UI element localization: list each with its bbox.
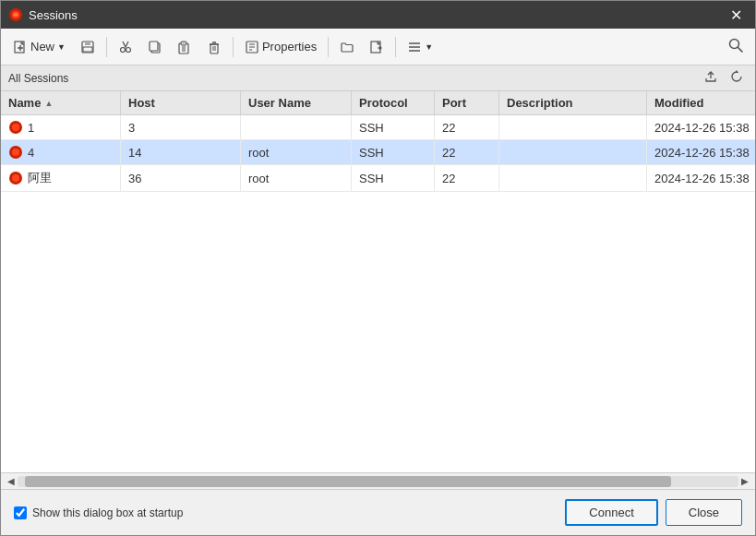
list-dropdown-arrow: ▼	[425, 42, 433, 52]
cell-name-2: 阿里	[1, 165, 121, 191]
list-button[interactable]: ▼	[401, 34, 439, 60]
window-title: Sessions	[29, 8, 78, 22]
refresh-icon	[729, 69, 744, 84]
table-body: 1 3 SSH 22 2024-12-26 15:38	[1, 115, 755, 472]
cell-host-2: 36	[121, 165, 241, 191]
folder-button[interactable]	[333, 34, 361, 60]
cell-description-2	[499, 165, 647, 191]
cell-name-0: 1	[1, 115, 121, 139]
refresh-button[interactable]	[726, 67, 748, 89]
paste-button[interactable]	[171, 34, 198, 60]
save-icon	[80, 40, 95, 54]
footer-left: Show this dialog box at startup	[14, 506, 183, 519]
export-button[interactable]	[363, 34, 390, 60]
paste-icon	[177, 40, 192, 54]
cell-protocol-2: SSH	[352, 165, 435, 191]
svg-point-21	[12, 174, 19, 182]
cell-port-0: 22	[435, 115, 499, 139]
app-icon	[8, 7, 23, 22]
folder-icon	[340, 40, 354, 54]
toolbar-sep-3	[328, 37, 329, 57]
footer-right: Connect Close	[565, 499, 742, 526]
cut-icon	[118, 40, 133, 54]
upload-button[interactable]	[700, 67, 722, 89]
cell-port-1: 22	[435, 140, 499, 164]
close-button[interactable]: Close	[666, 499, 742, 526]
cell-modified-0: 2024-12-26 15:38	[647, 115, 755, 139]
cut-button[interactable]	[112, 34, 139, 60]
svg-rect-5	[83, 47, 92, 52]
sessions-window: Sessions ✕ New ▼	[0, 0, 756, 536]
col-host[interactable]: Host	[121, 91, 241, 114]
cell-description-1	[499, 140, 647, 164]
session-icon-0	[8, 120, 23, 135]
cell-host-0: 3	[121, 115, 241, 139]
upload-icon	[703, 69, 718, 84]
cell-modified-1: 2024-12-26 15:38	[647, 140, 755, 164]
toolbar-sep-2	[233, 37, 234, 57]
table-row[interactable]: 1 3 SSH 22 2024-12-26 15:38	[1, 115, 755, 140]
svg-point-7	[126, 47, 130, 52]
col-modified[interactable]: Modified	[647, 91, 755, 114]
properties-icon	[245, 40, 259, 54]
table-row[interactable]: 阿里 36 root SSH 22 2024-12-26 15	[1, 165, 755, 192]
sort-arrow: ▲	[44, 99, 53, 108]
table-row[interactable]: 4 14 root SSH 22 2024-12-26 15:	[1, 140, 755, 165]
startup-checkbox[interactable]	[14, 506, 27, 519]
search-icon	[727, 37, 744, 54]
copy-icon	[148, 40, 162, 54]
footer: Show this dialog box at startup Connect …	[1, 489, 755, 535]
session-icon-2	[8, 171, 23, 185]
scrollbar-area: ◀ ▶	[1, 472, 755, 489]
delete-icon	[207, 40, 222, 54]
col-name[interactable]: Name ▲	[1, 91, 121, 114]
cell-protocol-1: SSH	[352, 140, 435, 164]
startup-label: Show this dialog box at startup	[32, 506, 183, 519]
table-header: Name ▲ Host User Name Protocol Port Desc…	[1, 91, 755, 115]
svg-rect-12	[210, 44, 218, 54]
toolbar-sep-1	[106, 37, 107, 57]
new-label: New	[30, 40, 54, 54]
new-dropdown-arrow: ▼	[57, 42, 66, 52]
properties-button[interactable]: Properties	[238, 34, 323, 60]
export-icon	[369, 40, 384, 54]
cell-port-2: 22	[435, 165, 499, 191]
title-bar: Sessions ✕	[1, 1, 755, 29]
cell-modified-2: 2024-12-26 15:38	[647, 165, 755, 191]
cell-description-0	[499, 115, 647, 139]
col-username[interactable]: User Name	[241, 91, 352, 114]
svg-point-19	[12, 149, 19, 156]
sessions-bar-label: All Sessions	[8, 72, 68, 85]
connect-button[interactable]: Connect	[565, 499, 657, 526]
svg-point-17	[12, 124, 19, 131]
new-button[interactable]: New ▼	[6, 34, 72, 60]
scroll-right-button[interactable]: ▶	[738, 476, 751, 486]
cell-username-0	[241, 115, 352, 139]
svg-point-6	[120, 47, 125, 52]
table-container: Name ▲ Host User Name Protocol Port Desc…	[1, 91, 755, 472]
toolbar-sep-4	[395, 37, 396, 57]
toolbar: New ▼	[1, 29, 755, 66]
save-button[interactable]	[74, 34, 102, 60]
cell-username-1: root	[241, 140, 352, 164]
col-protocol[interactable]: Protocol	[352, 91, 435, 114]
list-icon	[407, 40, 422, 54]
title-bar-left: Sessions	[8, 7, 78, 22]
scroll-left-button[interactable]: ◀	[5, 476, 18, 486]
h-scrollbar-thumb[interactable]	[25, 476, 671, 487]
col-port[interactable]: Port	[435, 91, 499, 114]
svg-rect-11	[181, 42, 186, 45]
h-scrollbar[interactable]	[18, 476, 738, 487]
close-window-button[interactable]: ✕	[725, 5, 748, 26]
cell-name-1: 4	[1, 140, 121, 164]
svg-rect-9	[150, 42, 158, 51]
cell-protocol-0: SSH	[352, 115, 435, 139]
copy-button[interactable]	[141, 34, 169, 60]
search-button[interactable]	[722, 33, 750, 60]
sessions-bar: All Sessions	[1, 66, 755, 91]
cell-host-1: 14	[121, 140, 241, 164]
delete-button[interactable]	[200, 34, 228, 60]
properties-label: Properties	[262, 40, 317, 54]
col-description[interactable]: Description	[499, 91, 647, 114]
sessions-bar-actions	[700, 67, 748, 89]
